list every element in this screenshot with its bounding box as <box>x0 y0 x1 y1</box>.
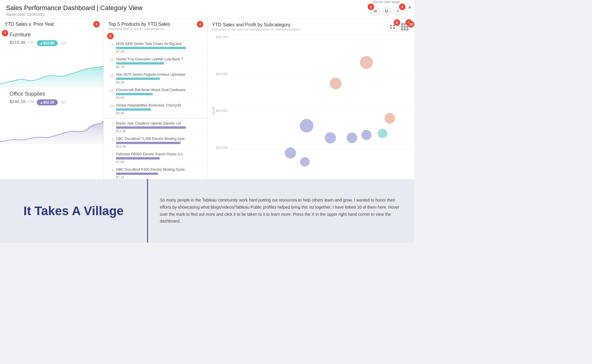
gridline-4 <box>231 149 411 149</box>
dashboard-title: Sales Performance Dashboard | Category V… <box>6 4 142 12</box>
dots-view-icon <box>390 25 396 29</box>
scatter-dot-7[interactable] <box>361 130 371 140</box>
office-product-bar-container-3: $7.4K <box>116 157 203 164</box>
close-button[interactable]: × <box>408 4 411 11</box>
grid-cell-7 <box>401 28 403 30</box>
furniture-name: Furniture <box>9 32 99 38</box>
y-axis-ticks: $25,000 $20,000 $15,000 $10,000 $5,000 <box>216 35 228 186</box>
village-text: So many people in the Tableau community … <box>160 197 403 225</box>
furniture-product-3: 18 Hon 4070 Series Pagoda Armless Uphols… <box>104 71 207 86</box>
scatter-dot-1[interactable] <box>360 56 373 69</box>
top-products-panel: 4 Top 5 Products by YTD Sales displayed … <box>104 19 207 193</box>
scatter-subtitle: click mark to drill down to manufacturer… <box>212 28 300 31</box>
furniture-product-5: 29 Global Adaptabilites Bookcase, Cherry… <box>104 102 207 117</box>
product-bar-container-1: $7.2K <box>116 47 203 53</box>
rank-3: 18 <box>107 73 116 78</box>
date-range-controls: choose date range: 1 W M 2 Y <box>371 4 403 16</box>
office-supplies-name: Office Supplies <box>9 91 99 97</box>
grid-cell-9 <box>406 28 408 30</box>
office-product-name-2: GBC DocuBind TL300 Electric Binding Syst <box>116 137 193 141</box>
product-bar-2 <box>116 62 164 65</box>
badge-4: 4 <box>197 21 203 28</box>
furniture-yoy-label: YoY <box>61 41 67 45</box>
office-product-name-4: GBC DocuBind P400 Electric Binding Syste <box>116 167 193 172</box>
office-rank-4: 9 <box>107 167 116 173</box>
office-product-info-4: GBC DocuBind P400 Electric Binding Syste… <box>116 167 203 179</box>
scatter-dot-3[interactable] <box>385 113 395 124</box>
scatter-dot-8[interactable] <box>378 129 387 138</box>
product-name-3: Hon 4070 Series Pagoda Armless Upholster <box>116 73 193 77</box>
furniture-yoy-badge: ▲$16.5K <box>37 40 58 46</box>
office-product-2: 3 GBC DocuBind TL300 Electric Binding Sy… <box>104 135 207 150</box>
product-name-1: HON 5400 Series Task Chairs for Big and <box>116 42 193 46</box>
scatter-chart-container: Profit $25,000 $20,000 $15,000 $10,000 $… <box>207 32 414 189</box>
month-button[interactable]: M <box>382 7 391 16</box>
rank-4: 24 <box>107 88 116 93</box>
office-supplies-card: Office Supplies $246.1K YTD ▲$62.2K YoY <box>0 87 103 144</box>
scatter-dot-6[interactable] <box>347 133 357 143</box>
product-info-3: Hon 4070 Series Pagoda Armless Upholster… <box>116 73 203 84</box>
office-product-bar-2 <box>116 142 181 144</box>
office-supplies-chart <box>0 117 103 143</box>
product-name-2: Global Troy Executive Leather Low-Back T <box>116 57 193 61</box>
office-product-info-1: Martin Yale Chadless Opener Electric Let… <box>116 121 203 133</box>
product-bar-container-4: $3.6K <box>116 93 203 99</box>
grid-cell-5 <box>404 26 406 28</box>
product-info-4: Chromcraft Bull-Nose Wood Oval Conferenc… <box>116 88 203 99</box>
scatter-dot-5[interactable] <box>325 132 336 144</box>
dashboard: Sales Performance Dashboard | Category V… <box>0 0 414 243</box>
furniture-products-section: 8 8 HON 5400 Series Task Chairs for Big … <box>104 33 207 117</box>
office-product-bar-container-2: $10.9K <box>116 142 203 148</box>
header: Sales Performance Dashboard | Category V… <box>0 0 414 19</box>
village-description-section: So many people in the Tableau community … <box>148 179 414 243</box>
furniture-product-4: 24 Chromcraft Bull-Nose Wood Oval Confer… <box>104 86 207 102</box>
badge-10: 10 <box>408 21 414 28</box>
badge-1: 1 <box>368 4 374 10</box>
report-date: Report Date: 12/30/2021 <box>6 12 408 17</box>
ytd-section-title: YTD Sales v. Prior Year <box>5 22 54 27</box>
scatter-dot-10[interactable] <box>300 157 310 167</box>
product-bar-container-2: $4.7K <box>116 62 203 69</box>
office-rank-2: 3 <box>107 137 116 142</box>
grid-cell-8 <box>404 28 406 30</box>
furniture-ytd: $215.4K YTD <box>9 40 34 45</box>
village-title-section: It Takes A Village <box>0 179 148 243</box>
office-product-bar-1 <box>116 126 186 129</box>
scatter-dot-9[interactable] <box>285 147 296 159</box>
office-rank-3: 7 <box>107 152 116 157</box>
office-rank-1: 2 <box>107 121 116 126</box>
office-product-bar-container-1: $11.8K <box>116 126 203 133</box>
scatter-dot-4[interactable] <box>300 119 313 133</box>
rank-2: 16 <box>107 57 116 62</box>
main-panels: 3 YTD Sales v. Prior Year 7 Furniture $2… <box>0 19 414 193</box>
y-tick-4: $10,000 <box>216 146 228 149</box>
badge-8: 8 <box>107 33 114 39</box>
village-title: It Takes A Village <box>23 204 123 218</box>
product-value-2: $4.7K <box>116 65 203 69</box>
grid-cell-4 <box>401 26 403 28</box>
office-product-bar-container-4: $7.1K <box>116 173 203 179</box>
product-value-3: $4.3K <box>116 80 203 84</box>
product-name-4: Chromcraft Bull-Nose Wood Oval Conferenc <box>116 88 193 92</box>
office-product-1: 2 Martin Yale Chadless Opener Electric L… <box>104 120 207 135</box>
product-name-5: Global Adaptabilites Bookcase, Cherry/St <box>116 103 193 107</box>
furniture-product-2: 16 Global Troy Executive Leather Low-Bac… <box>104 55 207 71</box>
grid-cell-1 <box>401 23 403 25</box>
y-axis-label: Profit <box>212 107 216 115</box>
products-subtitle: displayed rank is across subcategories <box>104 27 207 32</box>
product-value-1: $7.2K <box>116 50 203 53</box>
scatter-dot-2[interactable] <box>330 78 342 89</box>
furniture-chart <box>0 60 103 87</box>
office-product-name-3: Fellowes PB500 Electric Punch Plastic Co <box>116 152 193 156</box>
product-info-1: HON 5400 Series Task Chairs for Big and … <box>116 42 203 53</box>
badge-2: 2 <box>399 4 406 10</box>
scatter-plot-area <box>231 35 411 186</box>
gridline-1 <box>231 35 411 36</box>
dot-3 <box>390 27 392 29</box>
product-bar-5 <box>116 108 151 111</box>
grid-cell-6 <box>406 26 408 28</box>
product-bar-4 <box>116 93 153 95</box>
office-supplies-ytd: $246.1K YTD <box>9 99 34 104</box>
office-product-value-3: $7.4K <box>116 160 203 164</box>
badge-3: 3 <box>93 21 100 28</box>
